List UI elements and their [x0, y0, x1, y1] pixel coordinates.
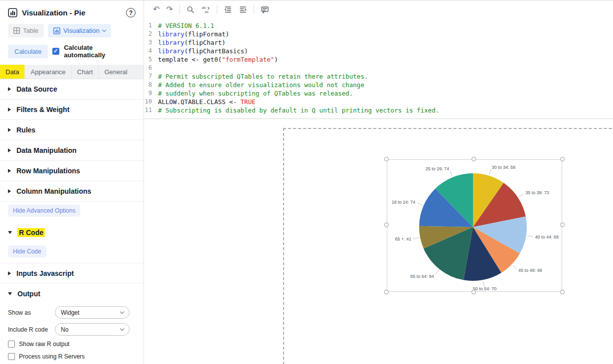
- chevron-right-icon: [8, 169, 11, 173]
- help-icon[interactable]: ?: [126, 8, 136, 17]
- process-r-servers-label: Process using R Servers: [19, 353, 85, 360]
- code-area[interactable]: 1# VERSION 6.1.12library(flipFormat)3lib…: [144, 21, 613, 119]
- code-text: ALLOW.QTABLE.CLASS <- TRUE: [158, 98, 256, 106]
- hide-advanced-row: Hide Advanced Options: [0, 202, 144, 222]
- section-column-manipulations[interactable]: Column Manipulations: [0, 181, 144, 202]
- calculate-automatically-checkbox[interactable]: [52, 48, 59, 55]
- process-r-servers-checkbox[interactable]: [8, 353, 15, 360]
- pie-chart[interactable]: 30 to 34: 5835 to 39: 7340 to 44: 6845 t…: [387, 160, 563, 292]
- pie-label-leader: [417, 203, 423, 206]
- include-r-code-select[interactable]: No: [55, 323, 130, 336]
- show-raw-r-output-label: Show raw R output: [19, 341, 69, 348]
- hide-code-row: Hide Code: [0, 243, 144, 263]
- resize-handle-nw[interactable]: [384, 157, 389, 161]
- code-line[interactable]: 7# Permit subscripted QTables to retain …: [144, 72, 613, 81]
- pie-slice-label: 30 to 34: 58: [492, 165, 516, 170]
- resize-handle-e[interactable]: [560, 223, 565, 227]
- code-line[interactable]: 2library(flipFormat): [144, 30, 613, 38]
- line-number: 6: [144, 64, 158, 72]
- toolbar-divider: [217, 5, 217, 14]
- pie-label-leader: [413, 238, 419, 239]
- pie-label-leader: [450, 171, 453, 176]
- hide-code-link[interactable]: Hide Code: [8, 245, 46, 257]
- calculate-row: Calculate Calculate automatically: [0, 42, 144, 65]
- preview-canvas[interactable]: 30 to 34: 5835 to 39: 7340 to 44: 6845 t…: [144, 119, 613, 364]
- code-line[interactable]: 9# suddenly when subcripting of QTables …: [144, 89, 613, 98]
- code-line[interactable]: 8# Added to ensure older visualizations …: [144, 81, 613, 89]
- chevron-right-icon: [8, 271, 11, 275]
- resize-handle-ne[interactable]: [560, 157, 565, 161]
- visualization-small-icon: [53, 27, 60, 34]
- section-data-manipulation[interactable]: Data Manipulation: [0, 140, 144, 161]
- code-text: library(flipFormat): [158, 30, 229, 38]
- tab-data[interactable]: Data: [0, 65, 24, 79]
- find-replace-icon[interactable]: ab ac: [201, 5, 210, 14]
- resize-handle-sw[interactable]: [384, 290, 389, 294]
- table-grid-icon: [13, 27, 20, 34]
- pie-chart-widget[interactable]: 30 to 34: 5835 to 39: 7340 to 44: 6845 t…: [387, 159, 562, 292]
- code-text: library(flipChart): [158, 38, 225, 47]
- code-text: # Permit subscripted QTables to retain t…: [158, 72, 368, 81]
- sidebar-header: Visualization - Pie ?: [0, 0, 144, 23]
- show-raw-r-output-checkbox[interactable]: [8, 341, 15, 348]
- code-text: template <- get0("formTemplate"): [158, 55, 278, 64]
- include-r-code-row: Include R code No: [0, 321, 144, 338]
- code-line[interactable]: 11# Subscripting is disabled by default …: [144, 106, 613, 115]
- undo-icon[interactable]: ↶: [153, 5, 159, 13]
- visualization-button[interactable]: Visualization: [48, 24, 111, 37]
- show-as-label: Show as: [8, 309, 55, 316]
- code-line[interactable]: 3library(flipChart): [144, 38, 613, 47]
- section-label: Column Manipulations: [16, 187, 91, 195]
- pie-slice-label: 35 to 39: 73: [525, 190, 549, 195]
- editor-toolbar: ↶ ↷ ab ac: [144, 0, 613, 18]
- view-switcher: Table Visualization: [0, 23, 144, 42]
- indent-icon[interactable]: [239, 5, 247, 14]
- code-line[interactable]: 6: [144, 64, 613, 72]
- code-text: # VERSION 6.1.1: [158, 21, 214, 30]
- page-title: Visualization - Pie: [22, 8, 122, 17]
- resize-handle-se[interactable]: [560, 290, 565, 294]
- chevron-right-icon: [8, 108, 11, 112]
- calculate-automatically-label: Calculate automatically: [64, 44, 136, 59]
- section-filters-weight[interactable]: Filters & Weight: [0, 100, 144, 120]
- pie-label-leader: [527, 236, 533, 237]
- r-code-editor[interactable]: ↶ ↷ ab ac: [144, 0, 613, 119]
- search-icon[interactable]: [186, 5, 195, 14]
- code-line[interactable]: 10ALLOW.QTABLE.CLASS <- TRUE: [144, 98, 613, 106]
- pie-slice-label: 55 to 64: 94: [410, 274, 434, 279]
- include-r-code-label: Include R code: [8, 326, 55, 333]
- tab-general[interactable]: General: [98, 65, 133, 79]
- outdent-icon[interactable]: [224, 5, 232, 14]
- show-as-select[interactable]: Widget: [55, 306, 130, 319]
- calculate-button[interactable]: Calculate: [8, 45, 48, 58]
- section-data-source[interactable]: Data Source: [0, 79, 144, 100]
- svg-text:ac: ac: [205, 10, 209, 13]
- table-button[interactable]: Table: [8, 24, 44, 37]
- chevron-down-icon: [8, 292, 12, 295]
- code-line[interactable]: 4library(flipChartBasics): [144, 47, 613, 55]
- hide-advanced-options-link[interactable]: Hide Advanced Options: [8, 205, 80, 217]
- pie-slice-label: 45 to 49: 48: [518, 268, 542, 273]
- comment-icon[interactable]: [261, 5, 269, 14]
- resize-handle-n[interactable]: [471, 157, 476, 161]
- tab-appearance[interactable]: Appearance: [24, 65, 71, 79]
- code-line[interactable]: 1# VERSION 6.1.1: [144, 21, 613, 30]
- resize-handle-s[interactable]: [471, 290, 476, 294]
- code-line[interactable]: 5template <- get0("formTemplate"): [144, 55, 613, 64]
- redo-icon[interactable]: ↷: [166, 5, 172, 13]
- section-row-manipulations[interactable]: Row Manipulations: [0, 161, 144, 181]
- show-as-row: Show as Widget: [0, 304, 144, 321]
- section-rules[interactable]: Rules: [0, 120, 144, 140]
- section-label: Data Manipulation: [16, 146, 77, 154]
- section-r-code[interactable]: R Code: [0, 222, 144, 243]
- visualization-button-label: Visualization: [63, 27, 100, 34]
- toolbar-divider: [254, 5, 254, 14]
- resize-handle-w[interactable]: [384, 223, 389, 227]
- section-label: Filters & Weight: [16, 106, 69, 114]
- section-output[interactable]: Output: [0, 283, 144, 304]
- section-label: Row Manipulations: [16, 167, 80, 175]
- pie-slice-label: 65 +: 41: [395, 237, 412, 242]
- pie-label-leader: [519, 194, 524, 197]
- section-inputs-javascript[interactable]: Inputs Javascript: [0, 263, 144, 283]
- tab-chart[interactable]: Chart: [71, 65, 99, 79]
